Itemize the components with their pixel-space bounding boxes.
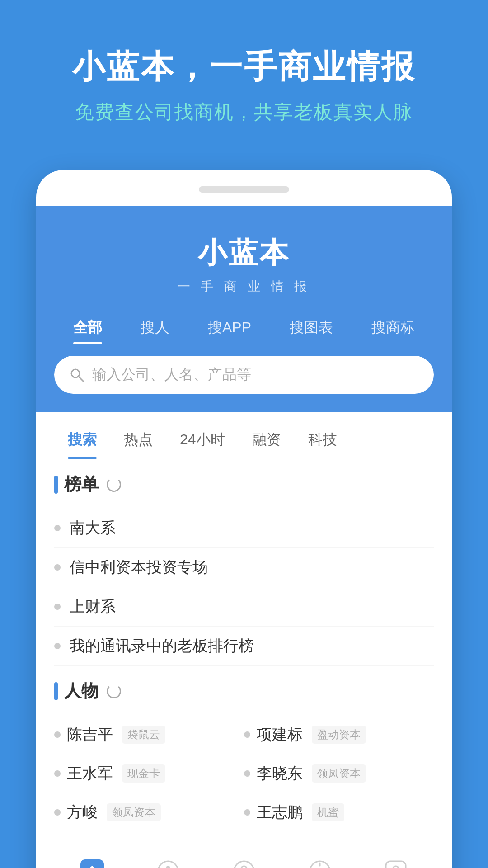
nav-discover[interactable]: 发现 — [308, 859, 332, 868]
nav-home[interactable]: 首页 — [80, 859, 104, 868]
people-icon — [232, 859, 256, 868]
content-tab-tech[interactable]: 科技 — [295, 421, 351, 459]
people-company: 现金卡 — [122, 764, 165, 783]
people-item[interactable]: 王水军 现金卡 — [54, 754, 244, 793]
tab-all[interactable]: 全部 — [64, 313, 111, 342]
content-tabs: 搜索 热点 24小时 融资 科技 — [54, 412, 434, 459]
search-icon — [69, 367, 85, 383]
people-refresh-icon[interactable] — [107, 684, 121, 698]
list-dot — [54, 564, 61, 571]
header-area: 小蓝本，一手商业情报 免费查公司找商机，共享老板真实人脉 — [0, 0, 488, 152]
people-item[interactable]: 王志鹏 机蜜 — [244, 793, 434, 832]
ranking-bar — [54, 476, 58, 494]
app-tagline: 一 手 商 业 情 报 — [54, 278, 434, 295]
list-item-text: 我的通讯录中的老板排行榜 — [70, 636, 254, 656]
people-company: 盈动资本 — [312, 726, 366, 744]
list-dot — [54, 525, 61, 531]
svg-point-4 — [166, 866, 170, 868]
phone-notch — [199, 186, 289, 193]
header-title: 小蓝本，一手商业情报 — [27, 45, 461, 89]
svg-point-6 — [234, 861, 254, 868]
people-dot — [54, 770, 61, 777]
list-item-text: 上财系 — [70, 596, 116, 617]
search-placeholder: 输入公司、人名、产品等 — [92, 365, 251, 385]
app-name: 小蓝本 — [54, 233, 434, 273]
content-tab-24h[interactable]: 24小时 — [166, 421, 239, 459]
people-name: 王水军 — [67, 763, 113, 784]
app-logo-area: 小蓝本 一 手 商 业 情 报 — [54, 233, 434, 295]
people-name: 李晓东 — [257, 763, 303, 784]
svg-point-11 — [393, 866, 399, 868]
tab-people[interactable]: 搜人 — [131, 313, 178, 342]
home-icon — [80, 859, 104, 868]
people-item[interactable]: 李晓东 领凤资本 — [244, 754, 434, 793]
people-dot — [244, 770, 250, 777]
search-bar[interactable]: 输入公司、人名、产品等 — [54, 356, 434, 394]
info-icon — [156, 859, 180, 868]
people-name: 陈吉平 — [67, 724, 113, 745]
ranking-refresh-icon[interactable] — [107, 477, 121, 492]
search-tabs: 全部 搜人 搜APP 搜图表 搜商标 — [54, 313, 434, 342]
list-item-text: 信中利资本投资专场 — [70, 557, 208, 578]
ranking-title: 榜单 — [64, 473, 99, 496]
people-item[interactable]: 项建标 盈动资本 — [244, 715, 434, 754]
tab-trademark[interactable]: 搜商标 — [362, 313, 424, 342]
list-item[interactable]: 我的通讯录中的老板排行榜 — [54, 627, 434, 666]
content-area: 搜索 热点 24小时 融资 科技 榜单 南大系 信中利资本投资专场 — [36, 412, 452, 868]
content-tab-funding[interactable]: 融资 — [239, 421, 295, 459]
phone-mockup: 小蓝本 一 手 商 业 情 报 全部 搜人 搜APP 搜图表 搜商标 输入公司、… — [36, 170, 452, 868]
people-dot — [244, 731, 250, 738]
tab-chart[interactable]: 搜图表 — [281, 313, 342, 342]
nav-info[interactable]: 情报 — [156, 859, 180, 868]
people-company: 机蜜 — [312, 803, 344, 821]
ranking-section: 榜单 南大系 信中利资本投资专场 上财系 我的通讯录中的老板排行榜 — [54, 459, 434, 670]
people-item[interactable]: 方峻 领凤资本 — [54, 793, 244, 832]
list-item[interactable]: 信中利资本投资专场 — [54, 548, 434, 587]
content-tab-search[interactable]: 搜索 — [54, 421, 110, 459]
people-name: 项建标 — [257, 724, 303, 745]
people-dot — [244, 809, 250, 816]
list-item[interactable]: 南大系 — [54, 509, 434, 548]
people-grid: 陈吉平 袋鼠云 项建标 盈动资本 王水军 现金卡 李晓东 领凤资本 — [54, 715, 434, 832]
people-section: 人物 陈吉平 袋鼠云 项建标 盈动资本 王水军 — [54, 670, 434, 841]
ranking-title-row: 榜单 — [54, 473, 434, 496]
tab-app[interactable]: 搜APP — [199, 313, 260, 342]
list-item[interactable]: 上财系 — [54, 587, 434, 627]
people-bar — [54, 682, 58, 700]
bottom-nav: 首页 情报 人找 — [54, 850, 434, 868]
list-dot — [54, 643, 61, 649]
app-header: 小蓝本 一 手 商 业 情 报 全部 搜人 搜APP 搜图表 搜商标 输入公司、… — [36, 206, 452, 412]
people-title: 人物 — [64, 679, 99, 703]
people-dot — [54, 731, 61, 738]
nav-profile[interactable]: 我的 — [384, 859, 408, 868]
people-company: 领凤资本 — [312, 764, 366, 783]
nav-people[interactable]: 人找 — [232, 859, 256, 868]
people-name: 方峻 — [67, 802, 98, 823]
people-item[interactable]: 陈吉平 袋鼠云 — [54, 715, 244, 754]
people-company: 领凤资本 — [107, 803, 161, 821]
svg-point-7 — [241, 866, 247, 868]
content-tab-hot[interactable]: 热点 — [110, 421, 166, 459]
list-dot — [54, 604, 61, 610]
people-name: 王志鹏 — [257, 802, 303, 823]
svg-rect-10 — [386, 861, 406, 868]
people-title-row: 人物 — [54, 679, 434, 703]
people-dot — [54, 809, 61, 816]
discover-icon — [308, 859, 332, 868]
svg-line-1 — [79, 377, 83, 381]
profile-icon — [384, 859, 408, 868]
list-item-text: 南大系 — [70, 518, 116, 538]
header-subtitle: 免费查公司找商机，共享老板真实人脉 — [27, 99, 461, 125]
people-company: 袋鼠云 — [122, 726, 165, 744]
